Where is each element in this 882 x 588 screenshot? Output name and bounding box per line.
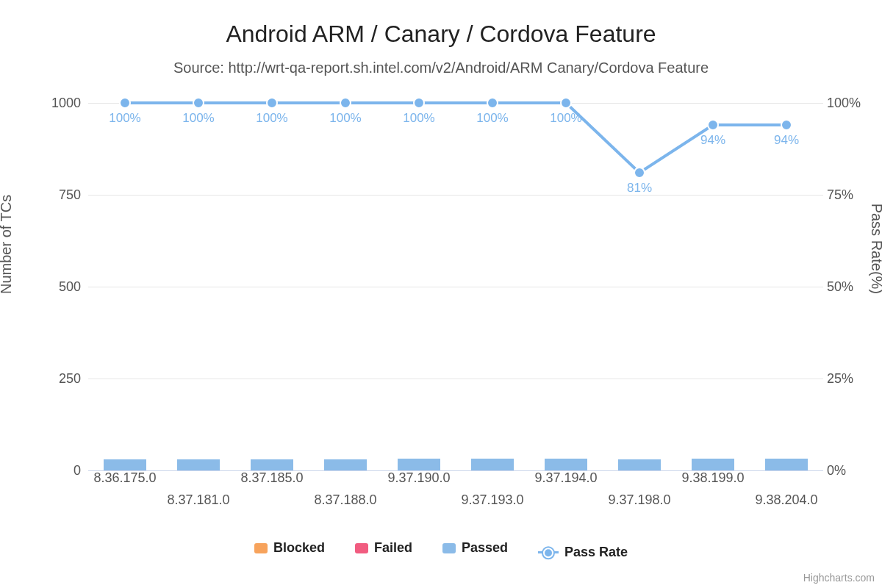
pass-rate-line[interactable] [125, 103, 786, 173]
x-tick: 9.38.199.0 [681, 470, 744, 486]
x-tick: 8.36.175.0 [93, 470, 156, 486]
legend-label: Failed [374, 540, 412, 556]
legend-item-blocked[interactable]: Blocked [254, 540, 325, 556]
square-icon [254, 543, 268, 553]
y-tick-left: 250 [0, 371, 81, 387]
y-tick-right: 75% [827, 187, 882, 203]
legend-item-failed[interactable]: Failed [355, 540, 412, 556]
x-tick: 8.37.181.0 [167, 492, 229, 508]
pass-rate-point[interactable] [708, 120, 718, 130]
x-tick: 9.37.190.0 [387, 470, 450, 486]
pass-rate-point[interactable] [781, 120, 792, 130]
pass-rate-point[interactable] [414, 98, 424, 108]
pass-rate-point[interactable] [340, 98, 351, 108]
y-tick-right: 50% [827, 279, 882, 295]
pass-rate-label: 100% [403, 111, 434, 125]
pass-rate-point[interactable] [193, 98, 204, 108]
pass-rate-label: 100% [256, 111, 287, 125]
chart-subtitle: Source: http://wrt-qa-report.sh.intel.co… [0, 60, 882, 76]
chart-container: Android ARM / Canary / Cordova Feature S… [0, 0, 882, 588]
x-tick: 9.37.194.0 [534, 470, 597, 486]
y-tick-left: 1000 [0, 96, 81, 111]
pass-rate-point[interactable] [267, 98, 277, 108]
y-axis-right-ticks: 0%25%50%75%100% [827, 103, 882, 470]
square-icon [442, 543, 456, 553]
x-axis-ticks: 8.36.175.08.37.181.08.37.185.08.37.188.0… [88, 470, 823, 529]
legend: Blocked Failed Passed Pass Rate [0, 540, 882, 560]
pass-rate-label: 94% [774, 133, 799, 147]
square-icon [355, 543, 368, 553]
x-tick: 8.37.185.0 [240, 470, 303, 486]
pass-rate-point[interactable] [634, 168, 645, 178]
plot-area: 100%100%100%100%100%100%100%81%94%94% [88, 103, 823, 470]
y-tick-left: 0 [0, 463, 81, 478]
y-tick-right: 0% [827, 463, 882, 478]
legend-item-passed[interactable]: Passed [442, 540, 508, 556]
y-tick-right: 100% [827, 96, 882, 111]
pass-rate-label: 100% [550, 111, 581, 125]
x-tick: 8.37.188.0 [314, 492, 376, 508]
pass-rate-label: 100% [109, 111, 140, 125]
legend-item-passrate[interactable]: Pass Rate [538, 545, 628, 560]
pass-rate-label: 94% [700, 133, 725, 147]
x-tick: 9.37.198.0 [608, 492, 670, 508]
pass-rate-label: 100% [182, 111, 214, 125]
pass-rate-point[interactable] [120, 98, 130, 108]
y-tick-left: 500 [0, 279, 81, 295]
y-tick-right: 25% [827, 371, 882, 387]
pass-rate-label: 100% [329, 111, 361, 125]
y-axis-left-ticks: 02505007501000 [0, 103, 81, 470]
y-tick-left: 750 [0, 187, 81, 203]
pass-rate-point[interactable] [561, 98, 571, 108]
legend-label: Passed [462, 540, 508, 556]
x-tick: 9.38.204.0 [755, 492, 817, 508]
pass-rate-label: 100% [476, 111, 508, 125]
pass-rate-label: 81% [627, 181, 652, 195]
credits-link[interactable]: Highcharts.com [803, 572, 875, 584]
line-marker-icon [538, 551, 559, 553]
x-tick: 9.37.193.0 [461, 492, 523, 508]
chart-title: Android ARM / Canary / Cordova Feature [0, 0, 882, 48]
legend-label: Blocked [273, 540, 325, 556]
legend-label: Pass Rate [564, 545, 628, 560]
pass-rate-point[interactable] [487, 98, 498, 108]
line-series: 100%100%100%100%100%100%100%81%94%94% [88, 103, 823, 470]
